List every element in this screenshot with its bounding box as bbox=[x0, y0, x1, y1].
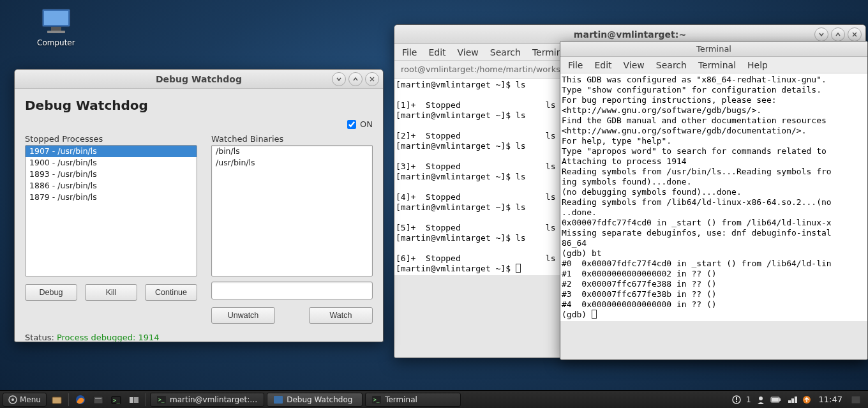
menu-terminal[interactable]: Terminal bbox=[698, 60, 736, 70]
list-item[interactable]: 1879 - /usr/bin/ls bbox=[26, 192, 197, 203]
window-title: Terminal bbox=[560, 44, 867, 54]
system-tray: 1 11:47 bbox=[728, 394, 865, 405]
list-item[interactable]: 1886 - /usr/bin/ls bbox=[26, 180, 197, 192]
separator bbox=[68, 393, 69, 406]
desktop-icon-label: Computer bbox=[37, 38, 75, 47]
on-checkbox[interactable] bbox=[347, 120, 356, 129]
svg-rect-16 bbox=[274, 396, 283, 404]
files-launcher-icon[interactable] bbox=[126, 393, 142, 407]
window-title: Debug Watchdog bbox=[15, 74, 383, 84]
status-value: Process debugged: 1914 bbox=[57, 333, 160, 342]
list-item[interactable]: 1900 - /usr/bin/ls bbox=[26, 157, 197, 169]
list-item[interactable]: 1893 - /usr/bin/ls bbox=[26, 169, 197, 180]
cursor-icon bbox=[516, 264, 521, 273]
svg-text:>_: >_ bbox=[158, 397, 165, 403]
continue-button[interactable]: Continue bbox=[145, 284, 197, 301]
terminal-icon: >_ bbox=[372, 396, 381, 404]
titlebar[interactable]: Terminal bbox=[560, 42, 867, 57]
menu-edit[interactable]: Edit bbox=[594, 60, 611, 70]
tab-label[interactable]: root@vmlintarget:/home/martin/workspa… bbox=[401, 64, 579, 74]
watched-binaries-label: Watched Binaries bbox=[211, 134, 373, 144]
menu-file[interactable]: File bbox=[568, 60, 583, 70]
close-button[interactable] bbox=[848, 27, 862, 42]
status-label: Status: bbox=[25, 333, 54, 342]
updates-icon[interactable] bbox=[802, 395, 811, 404]
maximize-button[interactable] bbox=[348, 72, 363, 86]
task-label: Terminal bbox=[385, 395, 417, 404]
menu-search[interactable]: Search bbox=[490, 47, 521, 57]
list-item[interactable]: /bin/ls bbox=[212, 146, 372, 157]
svg-rect-2 bbox=[51, 27, 61, 31]
close-button[interactable] bbox=[365, 72, 379, 86]
kill-button[interactable]: Kill bbox=[85, 284, 137, 301]
svg-rect-21 bbox=[736, 401, 737, 402]
watch-button[interactable]: Watch bbox=[309, 307, 373, 324]
firefox-launcher-icon[interactable] bbox=[73, 393, 88, 407]
stopped-processes-list[interactable]: 1907 - /usr/bin/ls1900 - /usr/bin/ls1893… bbox=[25, 145, 197, 276]
desktop-icon-computer[interactable]: Computer bbox=[37, 8, 75, 47]
maximize-button[interactable] bbox=[831, 27, 845, 42]
window-debug-watchdog[interactable]: Debug Watchdog Debug Watchdog ON Stopped… bbox=[14, 69, 384, 342]
clock[interactable]: 11:47 bbox=[816, 395, 845, 404]
window-terminal-gdb[interactable]: Terminal File Edit View Search Terminal … bbox=[560, 41, 868, 360]
watch-path-input[interactable] bbox=[211, 282, 373, 299]
menubar: File Edit View Search Terminal Help bbox=[560, 57, 867, 73]
menu-help[interactable]: Help bbox=[747, 60, 768, 70]
task-button-debug-watchdog[interactable]: Debug Watchdog bbox=[267, 393, 363, 407]
svg-rect-12 bbox=[130, 397, 133, 403]
terminal-output[interactable]: This GDB was configured as "x86_64-redha… bbox=[560, 73, 867, 321]
menu-label: Menu bbox=[20, 395, 41, 404]
svg-rect-20 bbox=[736, 397, 737, 400]
debug-button[interactable]: Debug bbox=[25, 284, 77, 301]
svg-rect-8 bbox=[94, 397, 103, 404]
watched-binaries-list[interactable]: /bin/ls/usr/bin/ls bbox=[211, 145, 373, 276]
battery-icon[interactable] bbox=[770, 396, 782, 404]
menu-view[interactable]: View bbox=[624, 60, 645, 70]
separator bbox=[146, 393, 146, 406]
menu-file[interactable]: File bbox=[402, 47, 417, 57]
svg-rect-6 bbox=[52, 397, 61, 404]
task-button-terminal-1[interactable]: >_ martin@vmlintarget:… bbox=[150, 393, 264, 407]
menu-search[interactable]: Search bbox=[656, 60, 687, 70]
computer-icon bbox=[38, 8, 74, 36]
svg-rect-3 bbox=[47, 31, 65, 33]
minimize-button[interactable] bbox=[814, 27, 828, 42]
file-manager-launcher-icon[interactable] bbox=[91, 393, 106, 407]
on-label: ON bbox=[360, 119, 373, 129]
svg-text:>_: >_ bbox=[113, 397, 120, 404]
task-button-terminal-2[interactable]: >_ Terminal bbox=[365, 393, 461, 407]
svg-rect-25 bbox=[772, 398, 779, 402]
menu-button[interactable]: Menu bbox=[3, 393, 47, 407]
unwatch-button[interactable]: Unwatch bbox=[211, 307, 275, 324]
titlebar[interactable]: Debug Watchdog bbox=[15, 70, 383, 89]
terminal-icon: >_ bbox=[157, 396, 166, 404]
svg-point-22 bbox=[759, 397, 763, 400]
svg-rect-13 bbox=[134, 397, 138, 403]
taskbar: Menu >_ >_ martin@vmlintarget:… Debug Wa… bbox=[0, 390, 868, 408]
task-label: martin@vmlintarget:… bbox=[170, 395, 257, 404]
user-icon[interactable] bbox=[756, 395, 765, 404]
list-item[interactable]: /usr/bin/ls bbox=[212, 157, 372, 169]
svg-rect-1 bbox=[44, 11, 68, 25]
stopped-processes-label: Stopped Processes bbox=[25, 134, 197, 144]
minimize-button[interactable] bbox=[332, 72, 346, 86]
application-icon bbox=[274, 396, 283, 404]
svg-rect-9 bbox=[95, 398, 101, 399]
menu-icon bbox=[8, 395, 17, 404]
notification-count: 1 bbox=[746, 395, 751, 404]
notification-icon[interactable] bbox=[732, 395, 741, 404]
show-desktop-corner-icon[interactable] bbox=[850, 394, 862, 405]
cursor-icon bbox=[592, 310, 597, 319]
network-icon[interactable] bbox=[787, 395, 797, 404]
svg-point-5 bbox=[11, 398, 14, 401]
task-label: Debug Watchdog bbox=[287, 395, 352, 404]
menu-view[interactable]: View bbox=[458, 47, 479, 57]
show-desktop-icon[interactable] bbox=[49, 393, 64, 407]
terminal-launcher-icon[interactable]: >_ bbox=[108, 393, 124, 407]
menu-edit[interactable]: Edit bbox=[428, 47, 445, 57]
svg-rect-24 bbox=[779, 398, 781, 401]
svg-text:>_: >_ bbox=[373, 397, 380, 403]
heading: Debug Watchdog bbox=[25, 98, 373, 113]
list-item[interactable]: 1907 - /usr/bin/ls bbox=[26, 146, 197, 157]
window-title: martin@vmlintarget:~ bbox=[394, 29, 865, 40]
